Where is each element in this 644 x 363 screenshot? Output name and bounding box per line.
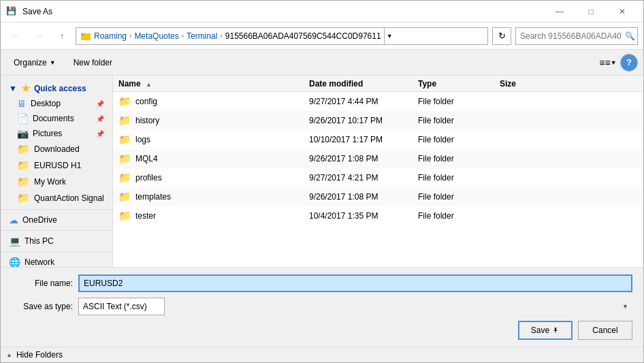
sidebar-item-pictures-label: Pictures (33, 129, 62, 138)
svg-rect-1 (81, 33, 85, 35)
search-box[interactable]: 🔍 (515, 27, 638, 45)
sidebar-item-thispc[interactable]: 💻 This PC (1, 234, 112, 249)
quick-access-star-icon: ★ (21, 82, 30, 95)
file-list-header[interactable]: Name ▲ Date modified Type Size (113, 76, 643, 92)
close-button[interactable]: ✕ (607, 1, 638, 22)
sidebar-item-onedrive-label: OneDrive (22, 215, 57, 225)
sidebar-item-documents[interactable]: 📄 Documents 📌 (1, 111, 112, 126)
filename-input[interactable] (78, 274, 632, 292)
desktop-icon: 🖥 (17, 98, 27, 109)
folder-icon: 📁 (118, 153, 131, 165)
savetype-row: Save as type: ASCII Text (*.csv) ▼ (12, 298, 632, 315)
pictures-icon: 📷 (17, 128, 29, 139)
table-row[interactable]: 📁 logs 10/10/2017 1:17 PM File folder (113, 130, 643, 149)
onedrive-icon: ☁ (9, 215, 18, 225)
pin-icon-desktop: 📌 (96, 100, 104, 108)
sidebar-item-downloaded[interactable]: 📁 Downloaded (1, 141, 112, 157)
quick-access-header[interactable]: ▼ ★ Quick access (1, 78, 112, 96)
quantaction-folder-icon: 📁 (17, 192, 30, 204)
organize-button[interactable]: Organize ▼ (6, 53, 63, 72)
table-row[interactable]: 📁 tester 10/4/2017 1:35 PM File folder (113, 206, 643, 225)
new-folder-button[interactable]: New folder (66, 53, 120, 72)
folder-icon: 📁 (118, 95, 131, 108)
file-date: 9/26/2017 10:17 PM (309, 116, 418, 125)
maximize-button[interactable]: □ (575, 1, 607, 22)
file-date: 9/27/2017 4:44 PM (309, 97, 418, 106)
file-name: history (135, 116, 159, 125)
save-button[interactable]: Save 🖈 (518, 321, 573, 340)
sidebar-item-eurusd[interactable]: 📁 EURUSD H1 (1, 157, 112, 174)
save-cursor-icon: 🖈 (552, 326, 560, 334)
folder-icon (80, 31, 91, 42)
address-bar: ← → ↑ Roaming › MetaQuotes › Terminal › … (1, 22, 643, 50)
col-type[interactable]: Type (418, 79, 500, 89)
documents-icon: 📄 (17, 113, 29, 124)
sidebar-item-onedrive[interactable]: ☁ OneDrive (1, 212, 112, 227)
cancel-button[interactable]: Cancel (578, 321, 632, 340)
file-type: File folder (418, 135, 500, 144)
sep3: › (220, 32, 222, 40)
breadcrumb-terminal[interactable]: Terminal (187, 31, 217, 41)
savetype-select[interactable]: ASCII Text (*.csv) (78, 298, 165, 315)
sidebar-item-network-label: Network (25, 257, 54, 267)
breadcrumb-roaming[interactable]: Roaming (94, 31, 127, 41)
col-name[interactable]: Name ▲ (118, 79, 309, 89)
sidebar-item-thispc-label: This PC (25, 236, 54, 246)
sidebar-item-mywork-label: My Work (34, 177, 66, 187)
save-label: Save (531, 326, 549, 335)
help-button[interactable]: ? (620, 54, 638, 72)
breadcrumb-id[interactable]: 915566BA06ADA407569C544CC0D97611 (225, 31, 381, 41)
col-date[interactable]: Date modified (309, 79, 418, 89)
search-input[interactable] (520, 31, 622, 41)
folder-icon: 📁 (118, 172, 131, 184)
file-name: profiles (135, 173, 162, 183)
folder-icon: 📁 (118, 114, 131, 127)
folder-icon: 📁 (118, 210, 131, 222)
breadcrumb-bar[interactable]: Roaming › MetaQuotes › Terminal › 915566… (76, 27, 488, 45)
back-button[interactable]: ← (6, 27, 25, 46)
sidebar-item-mywork[interactable]: 📁 My Work (1, 174, 112, 190)
bottom-panel: File name: Save as type: ASCII Text (*.c… (1, 267, 643, 347)
table-row[interactable]: 📁 MQL4 9/26/2017 1:08 PM File folder (113, 149, 643, 168)
pin-icon-pictures: 📌 (96, 130, 104, 138)
table-row[interactable]: 📁 config 9/27/2017 4:44 PM File folder (113, 92, 643, 111)
file-type: File folder (418, 116, 500, 125)
file-name: logs (135, 135, 150, 144)
new-folder-label: New folder (74, 58, 112, 67)
title-bar-left: 💾 Save As (6, 6, 52, 17)
up-button[interactable]: ↑ (52, 27, 71, 46)
sep2: › (182, 32, 184, 40)
breadcrumb-chevron[interactable]: ▼ (384, 27, 395, 45)
breadcrumb-metaquotes[interactable]: MetaQuotes (134, 31, 178, 41)
sidebar-item-documents-label: Documents (33, 114, 74, 123)
quick-access-label: Quick access (34, 84, 86, 93)
file-date: 9/26/2017 1:08 PM (309, 154, 418, 163)
file-type: File folder (418, 211, 500, 221)
table-row[interactable]: 📁 profiles 9/27/2017 4:21 PM File folder (113, 168, 643, 187)
title-bar: 💾 Save As — □ ✕ (1, 1, 643, 22)
view-button[interactable]: ≡≡ ▼ (598, 53, 617, 72)
folder-icon: 📁 (118, 191, 131, 203)
table-row[interactable]: 📁 templates 9/26/2017 1:08 PM File folde… (113, 187, 643, 206)
file-name: MQL4 (135, 154, 158, 163)
toolbar: Organize ▼ New folder ≡≡ ▼ ? (1, 50, 643, 76)
minimize-button[interactable]: — (544, 1, 575, 22)
network-icon: 🌐 (9, 257, 20, 267)
file-name: tester (135, 211, 156, 221)
sidebar-item-desktop[interactable]: 🖥 Desktop 📌 (1, 96, 112, 111)
file-list: Name ▲ Date modified Type Size 📁 config … (113, 76, 643, 267)
view-icon: ≡≡ (599, 57, 610, 68)
sidebar-item-network[interactable]: 🌐 Network (1, 255, 112, 267)
hide-folders-arrow-icon: ▲ (6, 351, 12, 358)
sidebar-item-pictures[interactable]: 📷 Pictures 📌 (1, 126, 112, 141)
table-row[interactable]: 📁 history 9/26/2017 10:17 PM File folder (113, 111, 643, 130)
refresh-button[interactable]: ↻ (492, 27, 511, 45)
divider-3 (1, 251, 112, 252)
forward-button[interactable]: → (29, 27, 48, 46)
file-name: config (135, 97, 157, 106)
col-size[interactable]: Size (500, 79, 554, 89)
save-as-dialog: 💾 Save As — □ ✕ ← → ↑ Roaming › MetaQuot… (0, 0, 644, 363)
savetype-label: Save as type: (12, 302, 73, 311)
hide-folders-row[interactable]: ▲ Hide Folders (1, 347, 643, 362)
sidebar-item-quantaction[interactable]: 📁 QuantAction Signal (1, 190, 112, 206)
